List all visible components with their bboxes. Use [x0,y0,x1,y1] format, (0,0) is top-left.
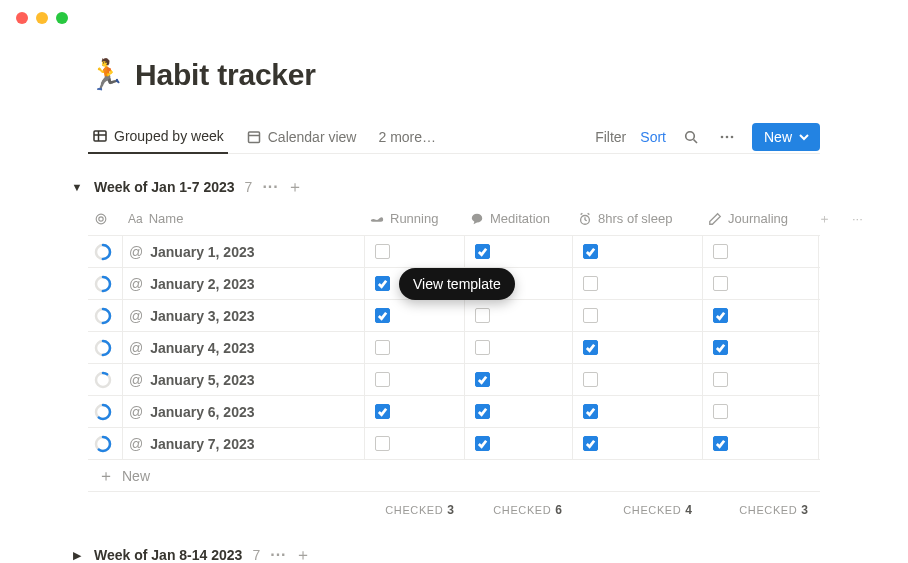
sort-button[interactable]: Sort [640,129,666,145]
meditation-cell [464,332,572,363]
close-window-button[interactable] [16,12,28,24]
meditation-cell [464,364,572,395]
page-emoji-icon[interactable]: 🏃 [88,60,125,90]
svg-rect-3 [248,132,259,143]
svg-point-9 [731,135,734,138]
journaling-checkbox[interactable] [713,276,728,291]
column-meditation[interactable]: Meditation [464,211,572,226]
plus-icon: ＋ [98,468,114,484]
habit-table: Aa Name Running Meditation 8hrs of sleep… [88,202,820,528]
journaling-cell [702,332,818,363]
empty-cell [852,428,878,459]
new-button[interactable]: New [752,123,820,151]
meditation-checkbox[interactable] [475,436,490,451]
journaling-checkbox[interactable] [713,340,728,355]
journaling-checkbox[interactable] [713,244,728,259]
column-name[interactable]: Aa Name [122,211,364,226]
search-button[interactable] [680,126,702,148]
name-cell[interactable]: @January 1, 2023 [122,236,364,267]
meditation-checkbox[interactable] [475,404,490,419]
name-cell[interactable]: @January 7, 2023 [122,428,364,459]
journaling-checkbox[interactable] [713,436,728,451]
svg-line-16 [588,213,590,214]
meditation-cell [464,300,572,331]
tab-label: Calendar view [268,129,357,145]
running-checkbox[interactable] [375,372,390,387]
journaling-checkbox[interactable] [713,372,728,387]
progress-ring-icon [94,307,112,325]
sleep-checkbox[interactable] [583,244,598,259]
journaling-checkbox[interactable] [713,308,728,323]
sleep-cell [572,396,702,427]
sleep-checkbox[interactable] [583,308,598,323]
running-checkbox[interactable] [375,436,390,451]
group-header: ▼ Week of Jan 1-7 2023 7 ··· ＋ [70,178,820,196]
sleep-checkbox[interactable] [583,276,598,291]
meditation-checkbox[interactable] [475,244,490,259]
progress-ring-icon [94,403,112,421]
sleep-checkbox[interactable] [583,436,598,451]
tab-label: 2 more… [378,129,436,145]
meditation-checkbox[interactable] [475,372,490,387]
group-add-button[interactable]: ＋ [287,179,303,195]
group-toggle[interactable]: ▶ [70,549,84,562]
name-cell[interactable]: @January 4, 2023 [122,332,364,363]
add-column-button[interactable]: ＋ [818,210,852,228]
running-cell [364,396,464,427]
table-header-row: Aa Name Running Meditation 8hrs of sleep… [88,202,820,236]
meditation-checkbox[interactable] [475,340,490,355]
progress-cell [88,428,122,459]
table-row: @January 1, 2023 [88,236,820,268]
sleep-checkbox[interactable] [583,372,598,387]
svg-point-8 [726,135,729,138]
meditation-checkbox[interactable] [475,276,490,291]
column-running[interactable]: Running [364,211,464,226]
calendar-icon [246,129,262,145]
minimize-window-button[interactable] [36,12,48,24]
name-cell[interactable]: @January 3, 2023 [122,300,364,331]
running-cell [364,236,464,267]
search-icon [683,129,699,145]
sleep-checkbox[interactable] [583,340,598,355]
table-more-button[interactable]: ··· [852,211,878,226]
name-cell[interactable]: @January 2, 2023 [122,268,364,299]
table-icon [92,128,108,144]
journaling-checkbox[interactable] [713,404,728,419]
svg-point-5 [686,131,695,140]
tab-grouped-by-week[interactable]: Grouped by week [88,120,228,154]
running-checkbox[interactable] [375,308,390,323]
sum-meditation: CHECKED6 [464,503,572,517]
aa-icon: Aa [128,212,143,226]
name-cell[interactable]: @January 6, 2023 [122,396,364,427]
journaling-cell [702,428,818,459]
name-cell[interactable]: @January 5, 2023 [122,364,364,395]
column-journaling[interactable]: Journaling [702,211,818,226]
chat-icon [470,212,484,226]
column-progress[interactable] [88,212,122,226]
filter-button[interactable]: Filter [595,129,626,145]
running-checkbox[interactable] [375,276,390,291]
group-title[interactable]: Week of Jan 8-14 2023 [94,547,242,563]
running-cell [364,332,464,363]
tab-more-views[interactable]: 2 more… [374,120,440,154]
page-title-row: 🏃 Habit tracker [88,58,820,92]
fullscreen-window-button[interactable] [56,12,68,24]
page-title[interactable]: Habit tracker [135,58,316,92]
journaling-cell [702,268,818,299]
group-more-button[interactable]: ··· [262,178,278,196]
more-options-button[interactable] [716,126,738,148]
column-sleep[interactable]: 8hrs of sleep [572,211,702,226]
running-cell [364,428,464,459]
group-add-button[interactable]: ＋ [295,547,311,563]
running-checkbox[interactable] [375,244,390,259]
add-row[interactable]: ＋ New [88,460,820,492]
group-more-button[interactable]: ··· [270,546,286,563]
running-checkbox[interactable] [375,404,390,419]
tab-calendar-view[interactable]: Calendar view [242,120,361,154]
group-title[interactable]: Week of Jan 1-7 2023 [94,179,235,195]
meditation-checkbox[interactable] [475,308,490,323]
sleep-checkbox[interactable] [583,404,598,419]
group-toggle[interactable]: ▼ [70,181,84,193]
empty-cell [818,268,852,299]
running-checkbox[interactable] [375,340,390,355]
